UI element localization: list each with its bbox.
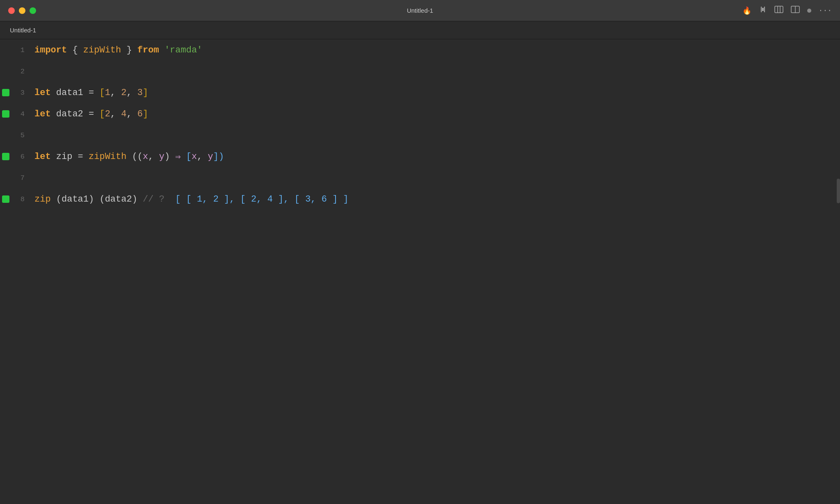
- gutter: 12345678: [0, 39, 25, 504]
- more-icon[interactable]: ···: [819, 7, 832, 15]
- token: {: [67, 45, 83, 55]
- token: ] ]: [327, 194, 349, 204]
- line-number: 4: [11, 110, 25, 118]
- token: zipWith: [89, 152, 126, 162]
- token: 'ramda': [164, 45, 202, 55]
- token: ,: [126, 109, 137, 119]
- token: ,: [148, 152, 159, 162]
- gutter-row-1: 1: [0, 39, 25, 61]
- token: 4: [121, 109, 126, 119]
- line-number: 6: [11, 153, 25, 161]
- gutter-row-7: 7: [0, 167, 25, 188]
- token: 3: [137, 88, 143, 98]
- token: ,: [202, 194, 213, 204]
- breakpoint-area[interactable]: [0, 89, 11, 96]
- token: 6: [322, 194, 327, 204]
- token: zip =: [51, 152, 89, 162]
- token: from: [137, 45, 159, 55]
- title-bar: Untitled-1 🔥: [0, 0, 840, 21]
- breakpoint-indicator: [2, 110, 9, 118]
- code-line-5: [34, 125, 840, 146]
- line-number: 1: [11, 46, 25, 54]
- token: 2: [213, 194, 219, 204]
- token: ], [: [273, 194, 305, 204]
- token: ⇒: [175, 151, 180, 162]
- token: ): [164, 152, 175, 162]
- breakpoint-indicator: [2, 195, 9, 203]
- token: ,: [110, 88, 121, 98]
- token: x: [192, 152, 197, 162]
- token: ]: [143, 88, 148, 98]
- line-number: 3: [11, 89, 25, 97]
- code-line-8: zip (data1) (data2) // ? [ [ 1, 2 ], [ 2…: [34, 188, 840, 210]
- toolbar-right: 🔥 ···: [742, 5, 832, 16]
- token: [159, 45, 164, 55]
- token: 3: [305, 194, 310, 204]
- token: data2 =: [51, 109, 100, 119]
- svg-rect-3: [775, 6, 783, 13]
- token: 2: [105, 109, 110, 119]
- token: ((: [126, 152, 143, 162]
- token: ,: [126, 88, 137, 98]
- code-area[interactable]: import { zipWith } from 'ramda'let data1…: [25, 39, 840, 504]
- token: y: [159, 152, 164, 162]
- split-icon[interactable]: [791, 6, 800, 15]
- token: zip: [34, 194, 51, 204]
- token: [: [181, 152, 192, 162]
- breakpoint-area[interactable]: [0, 195, 11, 203]
- token: ,: [310, 194, 321, 204]
- editor-container: 12345678 import { zipWith } from 'ramda'…: [0, 39, 840, 504]
- line-number: 5: [11, 132, 25, 139]
- token: let: [34, 88, 51, 98]
- token: data1 =: [51, 88, 100, 98]
- token: import: [34, 45, 67, 55]
- token: ,: [197, 152, 208, 162]
- scrollbar[interactable]: [837, 179, 840, 203]
- maximize-button[interactable]: [30, 7, 36, 14]
- gutter-row-6: 6: [0, 146, 25, 167]
- breakpoint-area[interactable]: [0, 110, 11, 118]
- token: ,: [110, 109, 121, 119]
- token: // ?: [143, 194, 164, 204]
- breakpoint-indicator: [2, 153, 9, 160]
- line-number: 7: [11, 174, 25, 182]
- token: }: [121, 45, 137, 55]
- gutter-row-5: 5: [0, 125, 25, 146]
- token: 1: [197, 194, 202, 204]
- gutter-row-3: 3: [0, 82, 25, 103]
- traffic-lights: [8, 7, 36, 14]
- token: 2: [251, 194, 256, 204]
- token: [: [99, 109, 105, 119]
- flame-icon[interactable]: 🔥: [742, 6, 751, 15]
- code-line-7: [34, 167, 840, 188]
- line-number: 2: [11, 68, 25, 75]
- token: x: [143, 152, 148, 162]
- token: ]): [213, 152, 224, 162]
- minimize-button[interactable]: [19, 7, 25, 14]
- broadcast-icon[interactable]: [759, 5, 767, 16]
- svg-rect-0: [762, 8, 764, 11]
- tab-bar: Untitled-1: [0, 21, 840, 39]
- status-dot: [807, 9, 811, 13]
- token: (data1) (data2): [51, 194, 143, 204]
- code-line-3: let data1 = [1, 2, 3]: [34, 82, 840, 103]
- token: 2: [121, 88, 126, 98]
- token: 1: [105, 88, 110, 98]
- active-tab[interactable]: Untitled-1: [7, 25, 39, 35]
- token: ]: [143, 109, 148, 119]
- token: 6: [137, 109, 143, 119]
- token: ,: [256, 194, 267, 204]
- columns-icon[interactable]: [774, 6, 783, 15]
- breakpoint-area[interactable]: [0, 153, 11, 160]
- close-button[interactable]: [8, 7, 15, 14]
- gutter-row-8: 8: [0, 188, 25, 210]
- token: zipWith: [83, 45, 121, 55]
- code-line-4: let data2 = [2, 4, 6]: [34, 103, 840, 125]
- gutter-row-4: 4: [0, 103, 25, 125]
- token: ], [: [219, 194, 251, 204]
- token: 4: [267, 194, 273, 204]
- token: y: [208, 152, 213, 162]
- code-line-1: import { zipWith } from 'ramda': [34, 39, 840, 61]
- svg-rect-1: [761, 7, 762, 12]
- code-line-2: [34, 61, 840, 82]
